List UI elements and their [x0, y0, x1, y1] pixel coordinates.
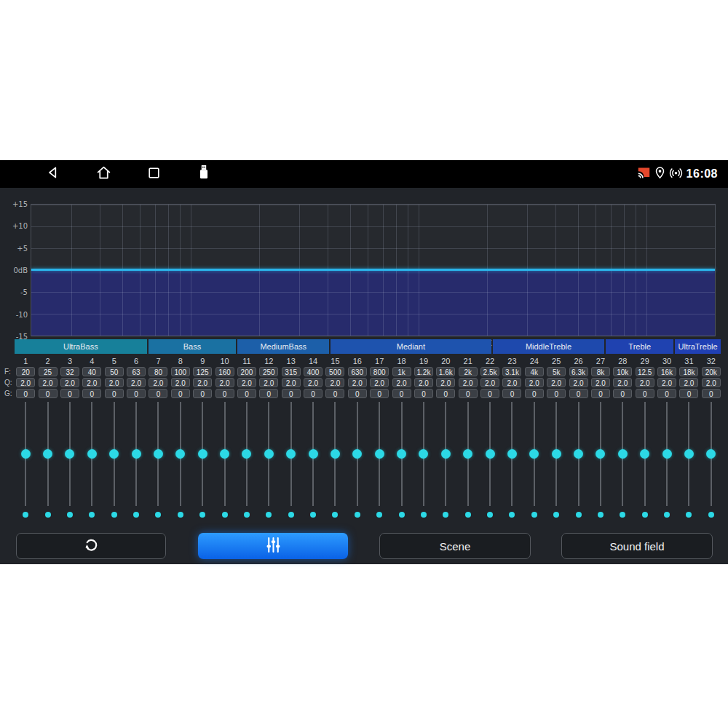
frequency-value[interactable]: 3.1k: [502, 367, 521, 376]
gain-value[interactable]: 0: [392, 389, 411, 398]
band-slider[interactable]: [700, 402, 722, 506]
gain-value[interactable]: 0: [282, 389, 301, 398]
frequency-value[interactable]: 32: [60, 367, 79, 376]
q-value[interactable]: 2.0: [16, 378, 35, 387]
q-value[interactable]: 2.0: [480, 378, 499, 387]
gain-value[interactable]: 0: [591, 389, 610, 398]
q-value[interactable]: 2.0: [591, 378, 610, 387]
band-slider[interactable]: [236, 402, 258, 506]
slider-knob[interactable]: [441, 449, 451, 459]
slider-knob[interactable]: [242, 449, 251, 459]
gain-value[interactable]: 0: [237, 389, 256, 398]
gain-value[interactable]: 0: [370, 389, 389, 398]
frequency-value[interactable]: 12.5: [636, 367, 654, 376]
q-value[interactable]: 2.0: [547, 378, 566, 387]
gain-value[interactable]: 0: [39, 389, 58, 398]
gain-value[interactable]: 0: [414, 389, 433, 398]
band-slider[interactable]: [413, 402, 435, 506]
slider-knob[interactable]: [109, 449, 119, 459]
slider-knob[interactable]: [419, 449, 428, 459]
gain-value[interactable]: 0: [82, 389, 101, 398]
gain-value[interactable]: 0: [105, 389, 124, 398]
gain-value[interactable]: 0: [304, 389, 323, 398]
slider-knob[interactable]: [309, 449, 318, 459]
frequency-value[interactable]: 25: [39, 367, 58, 376]
frequency-value[interactable]: 5k: [547, 367, 566, 376]
band-slider[interactable]: [612, 402, 633, 506]
band-slider[interactable]: [302, 402, 324, 506]
band-slider[interactable]: [213, 402, 235, 506]
frequency-value[interactable]: 40: [82, 367, 101, 376]
slider-knob[interactable]: [618, 449, 628, 459]
frequency-value[interactable]: 20k: [702, 367, 721, 376]
reset-button[interactable]: [16, 533, 166, 559]
band-slider[interactable]: [125, 402, 147, 506]
q-value[interactable]: 2.0: [657, 378, 676, 387]
slider-knob[interactable]: [706, 449, 716, 459]
gain-value[interactable]: 0: [502, 389, 521, 398]
gain-value[interactable]: 0: [193, 389, 212, 398]
frequency-value[interactable]: 63: [127, 367, 146, 376]
gain-value[interactable]: 0: [325, 389, 344, 398]
frequency-value[interactable]: 160: [215, 367, 234, 376]
band-slider[interactable]: [36, 402, 58, 506]
band-slider[interactable]: [435, 402, 456, 506]
gain-value[interactable]: 0: [149, 389, 167, 398]
slider-knob[interactable]: [65, 449, 74, 459]
gain-value[interactable]: 0: [679, 389, 698, 398]
band-slider[interactable]: [545, 402, 567, 506]
frequency-value[interactable]: 125: [193, 367, 212, 376]
recents-button[interactable]: [146, 166, 162, 182]
gain-value[interactable]: 0: [436, 389, 455, 398]
slider-knob[interactable]: [463, 449, 472, 459]
frequency-value[interactable]: 10k: [613, 367, 632, 376]
frequency-value[interactable]: 250: [259, 367, 278, 376]
q-value[interactable]: 2.0: [127, 378, 146, 387]
q-value[interactable]: 2.0: [304, 378, 323, 387]
frequency-value[interactable]: 2k: [459, 367, 478, 376]
frequency-value[interactable]: 630: [348, 367, 367, 376]
frequency-value[interactable]: 100: [171, 367, 190, 376]
gain-value[interactable]: 0: [459, 389, 478, 398]
band-slider[interactable]: [147, 402, 169, 506]
slider-knob[interactable]: [132, 449, 141, 459]
q-value[interactable]: 2.0: [459, 378, 478, 387]
frequency-value[interactable]: 16k: [657, 367, 676, 376]
q-value[interactable]: 2.0: [392, 378, 411, 387]
gain-value[interactable]: 0: [215, 389, 234, 398]
q-value[interactable]: 2.0: [60, 378, 79, 387]
slider-knob[interactable]: [43, 449, 52, 459]
gain-value[interactable]: 0: [171, 389, 190, 398]
band-slider[interactable]: [368, 402, 390, 506]
equalizer-button[interactable]: [198, 533, 348, 559]
frequency-value[interactable]: 50: [105, 367, 124, 376]
slider-knob[interactable]: [154, 449, 163, 459]
slider-knob[interactable]: [220, 449, 229, 459]
gain-value[interactable]: 0: [60, 389, 79, 398]
slider-knob[interactable]: [331, 449, 340, 459]
q-value[interactable]: 2.0: [193, 378, 212, 387]
q-value[interactable]: 2.0: [502, 378, 521, 387]
back-button[interactable]: [45, 166, 61, 182]
band-slider[interactable]: [678, 402, 700, 506]
frequency-value[interactable]: 4k: [525, 367, 544, 376]
gain-value[interactable]: 0: [259, 389, 278, 398]
gain-value[interactable]: 0: [480, 389, 499, 398]
band-slider[interactable]: [501, 402, 523, 506]
slider-knob[interactable]: [552, 449, 561, 459]
frequency-value[interactable]: 1k: [392, 367, 411, 376]
home-button[interactable]: [95, 166, 111, 182]
band-slider[interactable]: [390, 402, 412, 506]
slider-knob[interactable]: [640, 449, 649, 459]
q-value[interactable]: 2.0: [325, 378, 344, 387]
frequency-value[interactable]: 20: [16, 367, 35, 376]
band-slider[interactable]: [347, 402, 368, 506]
band-slider[interactable]: [457, 402, 479, 506]
frequency-value[interactable]: 2.5k: [480, 367, 499, 376]
band-slider[interactable]: [324, 402, 346, 506]
gain-value[interactable]: 0: [613, 389, 632, 398]
slider-knob[interactable]: [175, 449, 185, 459]
q-value[interactable]: 2.0: [105, 378, 124, 387]
slider-knob[interactable]: [397, 449, 406, 459]
band-slider[interactable]: [258, 402, 280, 506]
